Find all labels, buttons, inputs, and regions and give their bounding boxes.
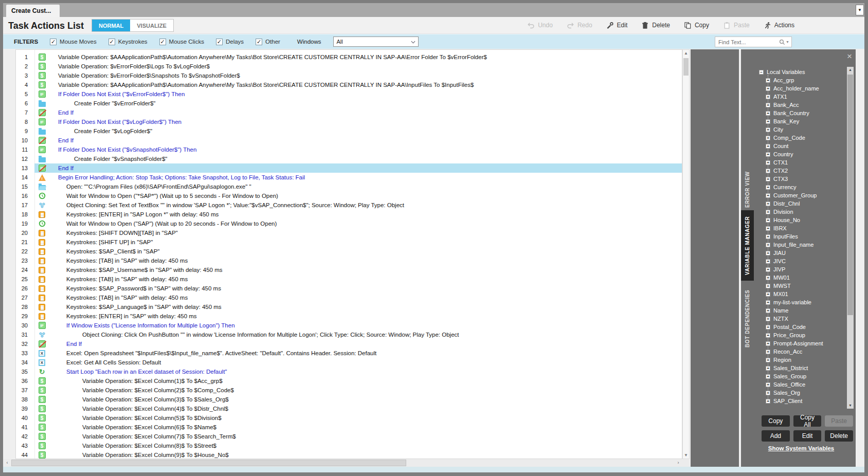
expand-icon[interactable]: + [766,333,770,338]
show-system-variables-link[interactable]: Show System Variables [754,445,848,451]
scroll-up-arrow[interactable]: ▲ [683,50,689,57]
tab-error-view[interactable]: ERROR VIEW [741,162,754,216]
tree-scroll-down-arrow[interactable]: ▼ [847,402,854,409]
action-row[interactable]: 10IFEnd If [16,136,682,145]
copy-button[interactable]: Copy [684,22,709,29]
expand-icon[interactable]: + [766,391,770,395]
action-row[interactable]: 7IFEnd If [16,108,682,117]
action-row[interactable]: 5IFIf Folder Does Not Exist ("$vErrorFol… [16,89,682,99]
action-row[interactable]: 19Wait for Window to Open ("SAP") (Wait … [16,219,682,228]
variable-item[interactable]: +IBRX [766,224,846,232]
variable-item[interactable]: +CTX1 [766,158,846,167]
variable-item[interactable]: +SAP_Client [766,397,846,405]
variable-item[interactable]: +Acc_holder_name [766,84,846,93]
tree-root-local-variables[interactable]: −Local Variables [759,68,846,76]
action-row[interactable]: 33XExcel: Open Spreadsheet "$InputFiles$… [16,349,682,358]
action-row[interactable]: 1$Variable Operation: $AAApplicationPath… [16,52,682,62]
horizontal-scrollbar-thumb[interactable] [11,460,406,466]
expand-icon[interactable]: + [766,144,770,149]
variable-item[interactable]: +MW01 [766,273,846,282]
action-row[interactable]: 40$Variable Operation: $Excel Column(5)$… [16,413,682,423]
variable-item[interactable]: +Postal_Code [766,323,846,331]
action-row[interactable]: 31Object Cloning: Click On PushButton ""… [16,330,682,339]
variable-item[interactable]: +Bank_Key [766,117,846,125]
action-row[interactable]: 21Keystrokes: [SHIFT UP] in "SAP" [16,237,682,247]
search-icon[interactable]: ▼ [779,39,791,45]
redo-button[interactable]: Redo [567,22,592,29]
expand-icon[interactable]: + [766,399,770,404]
variable-item[interactable]: +my-list-variable [766,298,846,306]
action-row[interactable]: 17Object Cloning: Set Text of TextBox ""… [16,200,682,210]
expand-icon[interactable]: + [766,341,770,346]
variable-item[interactable]: +Sales_District [766,364,846,372]
windows-dropdown[interactable]: All [333,36,419,47]
expand-icon[interactable]: + [766,251,770,255]
variable-item[interactable]: +CTX2 [766,167,846,175]
delete-button[interactable]: Delete [641,22,670,29]
action-row[interactable]: 9Create Folder "$vLogFolder$" [16,126,682,136]
action-row[interactable]: 24Keystrokes: $SAP_Username$ in "SAP" wi… [16,265,682,274]
expand-icon[interactable]: + [766,136,770,140]
action-row[interactable]: 14!Begin Error Handling; Action: Stop Ta… [16,173,682,182]
tab-bot-dependencies[interactable]: BOT DEPENDENCIES [741,282,754,355]
action-row[interactable]: 26Keystrokes: $SAP_Password$ in "SAP" wi… [16,284,682,293]
expand-icon[interactable]: + [766,210,770,214]
action-row[interactable]: 15Open: ""C:\Program Files (x86)\SAP\Fro… [16,182,682,191]
filter-checkbox-mouse-moves[interactable]: ✓Mouse Moves [50,39,97,45]
expand-icon[interactable]: + [766,259,770,264]
collapse-icon[interactable]: − [759,70,764,75]
scroll-right-arrow[interactable]: › [675,459,682,467]
paste-button[interactable]: Paste [723,22,750,29]
action-row[interactable]: 39$Variable Operation: $Excel Column(4)$… [16,404,682,413]
tab-variable-manager[interactable]: VARIABLE MANAGER [741,210,754,281]
action-row[interactable]: 11IFIf Folder Does Not Exist ("$vSnapsho… [16,145,682,154]
visualize-view-button[interactable]: VISUALIZE [130,20,173,31]
expand-icon[interactable]: + [766,308,770,313]
expand-icon[interactable]: + [766,103,770,107]
variable-item[interactable]: +Bank_Acc [766,101,846,109]
variable-item[interactable]: +Customer_Group [766,191,846,199]
variable-item[interactable]: +Count [766,142,846,150]
normal-view-button[interactable]: NORMAL [92,20,130,31]
action-row[interactable]: 38$Variable Operation: $Excel Column(3)$… [16,395,682,404]
variable-item[interactable]: +InputFiles [766,232,846,241]
variable-item[interactable]: +MX01 [766,290,846,298]
variable-item[interactable]: +Distr_Chnl [766,199,846,208]
action-row[interactable]: 18Keystrokes: [ENTER] in "SAP Logon *" w… [16,210,682,219]
variable-item[interactable]: +Recon_Acc [766,347,846,356]
scroll-down-arrow[interactable]: ▼ [683,452,689,459]
undo-button[interactable]: Undo [527,22,553,29]
action-row[interactable]: 3$Variable Operation: $vErrorFolder$\Sna… [16,71,682,80]
action-row[interactable]: 25Keystrokes: [TAB] in "SAP" with delay:… [16,274,682,284]
expand-icon[interactable]: + [766,350,770,354]
variable-item[interactable]: +House_No [766,216,846,224]
variable-item[interactable]: +CTX3 [766,175,846,183]
action-row[interactable]: 30IFIf Window Exists ("License Informati… [16,321,682,330]
tree-scrollbar-thumb[interactable] [847,75,853,315]
expand-icon[interactable]: + [766,284,770,288]
variable-item[interactable]: +Sales_Org [766,389,846,397]
expand-icon[interactable]: + [766,325,770,329]
tree-scroll-up-arrow[interactable]: ▲ [847,67,854,73]
expand-icon[interactable]: + [766,276,770,280]
copy-all-variable-button[interactable]: Copy All [793,415,822,427]
expand-icon[interactable]: + [766,169,770,173]
tab-list-dropdown-button[interactable]: ▼ [856,5,864,15]
expand-icon[interactable]: + [766,366,770,371]
variable-item[interactable]: +JIAU [766,249,846,257]
add-variable-button[interactable]: Add [762,430,790,442]
expand-icon[interactable]: + [766,382,770,387]
expand-icon[interactable]: + [766,185,770,190]
action-row[interactable]: 16Wait for Window to Open ("*SAP*") (Wai… [16,191,682,200]
action-row[interactable]: 29Keystrokes: [ENTER] in "SAP" with dela… [16,312,682,321]
expand-icon[interactable]: + [766,111,770,116]
expand-icon[interactable]: + [766,95,770,99]
paste-variable-button[interactable]: Paste [825,415,853,427]
copy-variable-button[interactable]: Copy [762,415,790,427]
scroll-left-arrow[interactable]: ‹ [4,459,11,467]
expand-icon[interactable]: + [766,160,770,165]
document-tab[interactable]: Create Cust... [6,5,60,17]
action-row[interactable]: 13IFEnd If [16,163,682,173]
expand-icon[interactable]: + [766,127,770,132]
filter-checkbox-other[interactable]: ✓Other [256,39,280,45]
